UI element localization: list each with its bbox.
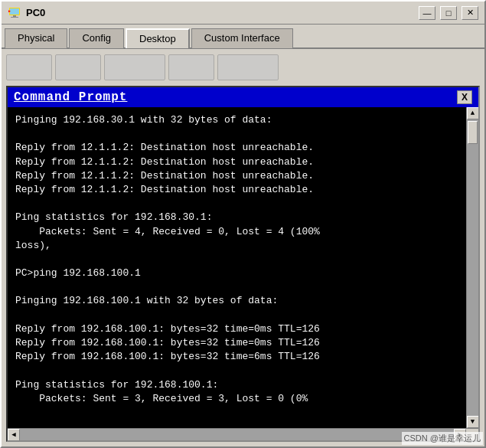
tab-physical[interactable]: Physical: [5, 28, 67, 48]
tab-config[interactable]: Config: [69, 28, 124, 48]
window-title: PC0: [26, 7, 414, 18]
close-button[interactable]: ✕: [462, 6, 478, 20]
toolbar-icon-5[interactable]: [217, 54, 279, 80]
svg-rect-1: [10, 8, 19, 15]
command-prompt-window: Command Prompt X Pinging 192.168.30.1 wi…: [6, 86, 480, 442]
cmd-body-wrapper: Pinging 192.168.30.1 with 32 bytes of da…: [8, 107, 478, 428]
cmd-output[interactable]: Pinging 192.168.30.1 with 32 bytes of da…: [8, 107, 466, 428]
scrollbar-down-button[interactable]: ▼: [467, 416, 479, 428]
content-area: Command Prompt X Pinging 192.168.30.1 wi…: [2, 49, 484, 446]
svg-text:▶: ▶: [8, 9, 11, 14]
scrollbar-thumb[interactable]: [468, 121, 478, 144]
scrollbar-h-track[interactable]: [20, 429, 454, 440]
main-window: ▶ PC0 — □ ✕ Physical Config Desktop Cust…: [0, 0, 486, 448]
tab-desktop[interactable]: Desktop: [126, 28, 190, 48]
tab-custom-interface[interactable]: Custom Interface: [191, 28, 293, 48]
scrollbar-track[interactable]: [467, 119, 478, 416]
cmd-title-bar: Command Prompt X: [8, 87, 478, 107]
scrollbar-up-button[interactable]: ▲: [467, 107, 479, 119]
title-bar: ▶ PC0 — □ ✕: [2, 2, 484, 25]
toolbar-icon-2[interactable]: [55, 54, 101, 80]
scrollbar-left-button[interactable]: ◀: [8, 429, 20, 441]
svg-rect-3: [11, 17, 18, 18]
svg-rect-2: [13, 15, 16, 17]
minimize-button[interactable]: —: [419, 6, 435, 20]
maximize-button[interactable]: □: [440, 6, 457, 20]
desktop-toolbar: [6, 54, 480, 81]
vertical-scrollbar[interactable]: ▲ ▼: [466, 107, 478, 428]
tab-bar: Physical Config Desktop Custom Interface: [2, 25, 484, 49]
watermark: CSDN @谁是幸运儿: [402, 432, 483, 445]
toolbar-icon-4[interactable]: [168, 54, 214, 80]
cmd-title-text: Command Prompt: [14, 90, 127, 104]
toolbar-icon-1[interactable]: [6, 54, 52, 80]
toolbar-icon-3[interactable]: [104, 54, 165, 80]
app-icon: ▶: [8, 6, 21, 20]
cmd-close-button[interactable]: X: [457, 90, 472, 104]
